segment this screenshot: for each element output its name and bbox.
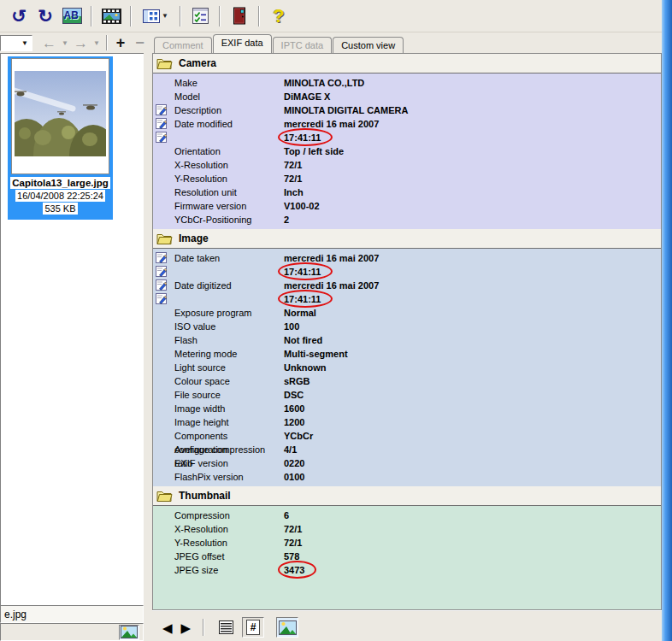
tab-iptc-data[interactable]: IPTC data [273,37,333,53]
exit-button[interactable] [227,4,251,28]
tab-exif-data[interactable]: EXIF data [213,34,272,53]
exif-field-label: Image width [174,402,284,415]
edit-icon[interactable] [156,118,167,129]
folder-icon [156,57,173,69]
exif-field-value: 6 [284,509,289,522]
next-image-button[interactable]: ▶ [180,621,193,634]
thumbnail-datetime: 16/04/2008 22:25:24 [15,190,105,202]
exif-field-label: Description [174,103,284,117]
exif-field-label: Components configuration [174,429,284,443]
pane-splitter[interactable] [144,53,152,641]
exif-row: 17:41:11 [153,292,661,306]
exif-field-label: File source [174,388,284,402]
forward-history-dropdown-icon[interactable]: ▼ [91,39,103,47]
exif-field-value-highlighted: 17:41:11 [284,292,321,306]
exif-row: YCbCr-Positioning2 [153,213,661,226]
image-icon [121,626,138,638]
exif-field-value: 72/1 [284,522,302,536]
exif-field-value-highlighted: 3473 [284,563,304,577]
zoom-in-button[interactable]: + [111,34,131,52]
help-button[interactable]: ? [267,4,291,28]
exif-field-label: Date modified [174,117,284,131]
info-tabbar: Comment EXIF data IPTC data Custom view [154,34,404,53]
rotate-ccw-icon: ↺ [11,7,27,25]
section-title: Image [179,232,209,244]
tab-custom-view[interactable]: Custom view [333,37,404,53]
exif-field-value: mercredi 16 mai 2007 [284,117,379,131]
thumbnail-filename: Capitola13_large.jpg [10,177,109,189]
list-icon [219,620,233,634]
bottom-toolbar: ◀ ▶ # [152,614,662,641]
exif-row: MakeMINOLTA CO.,LTD [153,76,661,90]
exif-field-value: Inch [284,185,304,199]
previous-image-button[interactable]: ◀ [161,621,174,634]
batch-rename-icon: AB [62,8,82,24]
text-view-button[interactable] [215,617,237,638]
exif-row: X-Resolution72/1 [153,158,661,172]
statusbar-tools [0,623,144,641]
tab-comment[interactable]: Comment [154,37,212,53]
exif-section-thumbnail: ThumbnailCompression6X-Resolution72/1Y-R… [153,486,661,609]
view-dropdown-icon[interactable]: ▼ [162,12,168,20]
batch-rename-button[interactable]: AB [60,4,84,28]
toolbar-separator [180,6,181,26]
back-button[interactable]: ← [39,36,59,50]
edit-icon[interactable] [156,293,167,304]
exif-row: Resolution unitInch [153,185,661,199]
exif-field-label: Compression [174,509,284,522]
exif-row: Light sourceUnknown [153,361,661,374]
exif-field-label: Exposure program [174,306,284,320]
exif-data-panel: CameraMakeMINOLTA CO.,LTDModelDiMAGE XDe… [152,53,662,610]
exif-row: Components configurationYCbCr [153,429,661,443]
exif-field-label: JPEG size [174,563,284,577]
rotate-ccw-button[interactable]: ↺ [7,4,31,28]
exif-field-value: mercredi 16 mai 2007 [284,279,379,292]
back-history-dropdown-icon[interactable]: ▼ [59,39,71,47]
exif-row: Date modifiedmercredi 16 mai 2007 [153,117,661,131]
section-rows: Compression6X-Resolution72/1Y-Resolution… [153,506,661,609]
folder-icon [156,490,173,502]
edit-icon[interactable] [156,132,167,143]
edit-icon[interactable] [156,252,167,263]
exif-row: 17:41:11 [153,265,661,279]
exif-field-label [174,265,284,279]
exif-field-value: Not fired [284,333,322,347]
exif-field-label: Colour space [174,374,284,388]
exif-row: Y-Resolution72/1 [153,172,661,185]
exif-row: FlashNot fired [153,333,661,347]
exif-field-label: X-Resolution [174,522,284,536]
thumbnail-photo [15,71,106,156]
combo-dropdown-icon[interactable]: ▼ [18,39,32,47]
filmstrip-icon [102,9,121,24]
edit-icon[interactable] [156,279,167,291]
selected-thumbnail[interactable]: Capitola13_large.jpg 16/04/2008 22:25:24… [8,56,113,220]
preview-toggle-button[interactable] [119,625,139,640]
exif-field-value: 1600 [284,402,304,415]
edit-icon[interactable] [156,104,167,115]
properties-view-button[interactable]: # [242,617,264,638]
exif-field-label: Date digitized [174,279,284,292]
image-view-button[interactable] [276,617,298,638]
zoom-out-button[interactable]: − [130,34,150,52]
exif-row: OrientationTop / left side [153,144,661,158]
thumbnail-filesize: 535 KB [43,203,77,215]
slideshow-button[interactable] [99,4,123,28]
exif-field-value: mercredi 16 mai 2007 [284,251,379,265]
exif-field-label: Firmware version [174,199,284,213]
rotate-cw-button[interactable]: ↻ [33,4,57,28]
exif-field-label: ISO value [174,320,284,333]
forward-button[interactable]: → [71,36,91,50]
exif-field-value: Unknown [284,361,327,374]
edit-icon[interactable] [156,266,167,277]
exif-row: Date digitizedmercredi 16 mai 2007 [153,279,661,292]
thumbnail-meta: Capitola13_large.jpg 16/04/2008 22:25:24… [8,174,113,220]
exif-field-label: Orientation [174,144,284,158]
browser-view-button[interactable]: ▼ [139,4,173,28]
exif-field-value: Normal [284,306,316,320]
exif-row: 17:41:11 [153,131,661,144]
zoom-combobox[interactable]: ▼ [0,35,32,51]
exif-row: EXIF version0220 [153,456,661,470]
batch-convert-button[interactable] [188,4,212,28]
exif-field-value: 72/1 [284,158,302,172]
file-browser-pane: Capitola13_large.jpg 16/04/2008 22:25:24… [0,53,144,605]
